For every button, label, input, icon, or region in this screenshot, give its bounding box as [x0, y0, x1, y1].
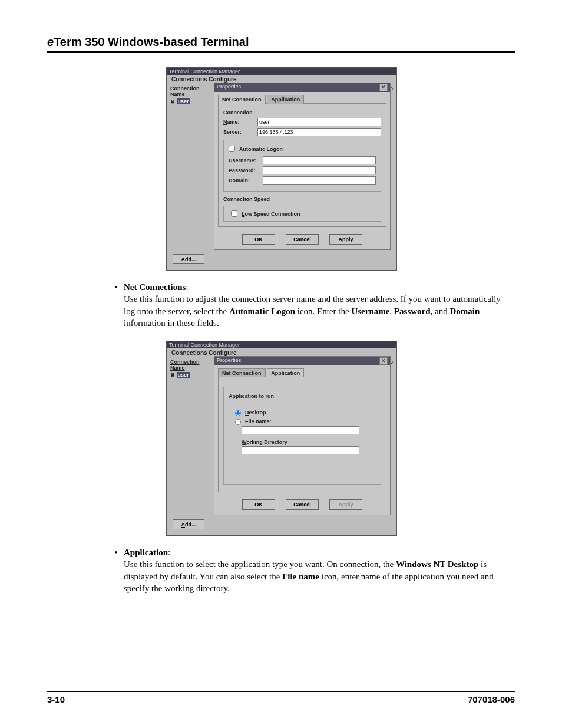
- tab-net-connection[interactable]: Net Connection: [218, 95, 266, 104]
- bullet-net-connections: •Net Connections: Use this function to a…: [112, 281, 513, 329]
- file-name-input[interactable]: [242, 426, 359, 434]
- cancel-button-2[interactable]: Cancel: [286, 499, 319, 510]
- page-footer: 3-10 707018-006: [47, 691, 515, 704]
- ok-button-2[interactable]: OK: [242, 499, 275, 510]
- tab-application[interactable]: Application: [267, 95, 304, 104]
- window-titlebar-2: Terminal Connection Manager: [167, 341, 396, 348]
- automatic-logon-checkbox[interactable]: [229, 146, 235, 152]
- apply-button-2: Apply: [329, 499, 362, 510]
- server-input[interactable]: [257, 128, 381, 136]
- desktop-radio[interactable]: [235, 410, 241, 416]
- tab-net-connection-2[interactable]: Net Connection: [218, 368, 266, 377]
- close-icon-2[interactable]: ✕: [379, 357, 388, 365]
- username-input[interactable]: [263, 156, 376, 164]
- add-button-2[interactable]: Add...: [173, 519, 204, 529]
- properties-dialog: Properties ✕ Net Connection Application …: [214, 83, 391, 250]
- apply-button[interactable]: Apply: [329, 234, 362, 245]
- window-titlebar: Terminal Connection Manager: [167, 68, 396, 75]
- close-icon[interactable]: ✕: [379, 84, 388, 91]
- automatic-logon-label: Automatic Logon: [239, 146, 283, 152]
- label-server: Server:: [223, 129, 257, 135]
- properties-dialog-2: Properties ✕ Net Connection Application …: [214, 356, 391, 515]
- file-name-radio[interactable]: [235, 419, 241, 425]
- name-input[interactable]: [257, 118, 381, 126]
- connection-list-header: Connection Name: [170, 85, 211, 97]
- low-speed-checkbox[interactable]: [231, 210, 237, 217]
- doc-number: 707018-006: [468, 694, 515, 704]
- label-domain: Domain:: [229, 177, 263, 183]
- page-number: 3-10: [47, 694, 65, 704]
- domain-input[interactable]: [263, 176, 376, 185]
- header-prefix: e: [47, 35, 54, 48]
- group-app-to-run: Application to run: [229, 393, 376, 399]
- connection-list-2: Connection Name 🖥 user: [170, 359, 211, 378]
- low-speed-label: Low Speed Connection: [242, 211, 300, 217]
- cancel-button[interactable]: Cancel: [286, 234, 319, 245]
- bullet-application: •Application: Use this function to selec…: [112, 546, 513, 594]
- group-speed: Connection Speed: [223, 196, 381, 202]
- connection-list: Connection Name 🖥 user: [170, 85, 211, 104]
- working-directory-input[interactable]: [242, 446, 359, 454]
- automatic-logon-group: Automatic Logon Username: Password: Doma…: [223, 140, 381, 192]
- label-username: Username:: [229, 157, 263, 163]
- screenshot-application: Terminal Connection Manager Connections …: [166, 341, 397, 536]
- group-connection: Connection: [223, 110, 381, 116]
- header-title: Term 350 Windows-based Terminal: [54, 35, 249, 48]
- tab-application-2[interactable]: Application: [267, 368, 304, 377]
- label-password: Password:: [229, 167, 263, 173]
- add-button[interactable]: Add...: [173, 254, 204, 264]
- screenshot-net-connection: Terminal Connection Manager Connections …: [166, 67, 397, 271]
- label-name: Name:: [223, 119, 257, 125]
- ok-button[interactable]: OK: [242, 234, 275, 245]
- password-input[interactable]: [263, 166, 376, 174]
- connection-list-item[interactable]: user: [177, 98, 190, 104]
- desktop-label: Desktop: [245, 410, 266, 416]
- file-name-label: File name:: [245, 419, 272, 424]
- dialog-title: Properties: [217, 84, 241, 91]
- page-header: eTerm 350 Windows-based Terminal: [47, 35, 515, 53]
